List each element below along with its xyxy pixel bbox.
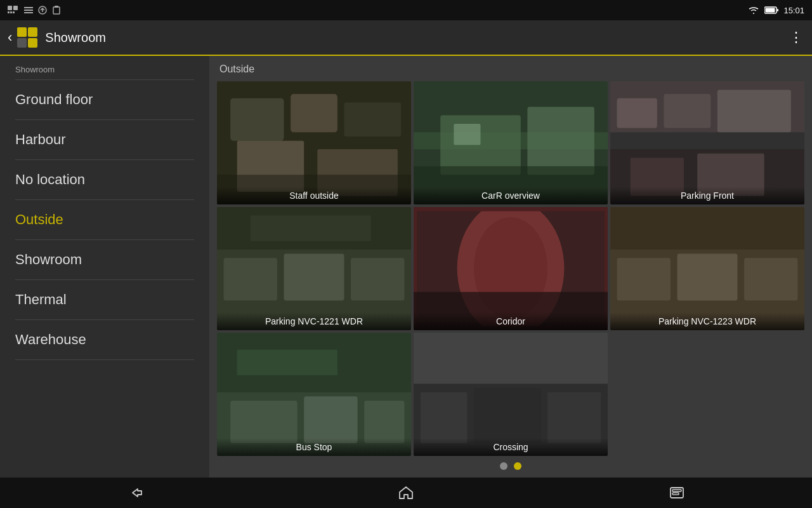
- status-bar: 15:01: [0, 0, 812, 20]
- clipboard-icon: [52, 6, 61, 15]
- camera-thumbnail-1: [217, 81, 411, 204]
- main-layout: Showroom Ground floor Harbour No locatio…: [0, 56, 812, 478]
- sidebar: Showroom Ground floor Harbour No locatio…: [0, 56, 209, 478]
- svg-rect-57: [364, 401, 404, 443]
- back-button[interactable]: ‹: [8, 29, 12, 46]
- svg-rect-51: [744, 258, 797, 300]
- status-bar-left: [8, 6, 61, 15]
- svg-rect-3: [10, 11, 12, 13]
- recent-nav-icon: [669, 486, 684, 500]
- svg-rect-37: [224, 258, 277, 300]
- svg-rect-24: [527, 107, 594, 175]
- camera-cell-bus-stop[interactable]: Bus Stop: [217, 333, 411, 456]
- camera-thumbnail-6: [610, 207, 804, 330]
- svg-rect-15: [230, 98, 284, 141]
- battery-icon: [764, 6, 778, 14]
- sidebar-item-harbour[interactable]: Harbour: [0, 120, 209, 159]
- svg-rect-6: [24, 10, 33, 11]
- svg-rect-13: [777, 9, 778, 11]
- svg-rect-4: [13, 11, 15, 13]
- svg-rect-63: [421, 392, 468, 443]
- camera-thumbnail-4: [217, 207, 411, 330]
- cam-visual-6: [610, 207, 804, 330]
- bottom-bar: [0, 478, 812, 508]
- svg-rect-12: [766, 8, 775, 13]
- sidebar-item-ground-floor[interactable]: Ground floor: [0, 80, 209, 119]
- app-icon: [17, 27, 37, 48]
- svg-rect-41: [251, 215, 371, 241]
- pagination: [217, 456, 804, 472]
- icon-quad-1: [17, 27, 27, 37]
- cam-visual-5: [414, 207, 608, 330]
- svg-rect-29: [617, 98, 657, 128]
- camera-thumbnail-3: [610, 81, 804, 204]
- camera-cell-parking-front[interactable]: Parking Front: [610, 81, 804, 204]
- sidebar-section-label: Showroom: [0, 56, 209, 79]
- camera-label-bus-stop: Bus Stop: [217, 438, 411, 456]
- svg-rect-50: [678, 254, 738, 301]
- sidebar-item-warehouse[interactable]: Warehouse: [0, 320, 209, 359]
- svg-rect-62: [414, 333, 608, 384]
- pagination-dot-1[interactable]: [500, 462, 508, 470]
- camera-cell-parking-nvc-1223[interactable]: Parking NVC-1223 WDR: [610, 207, 804, 330]
- upload-icon: [38, 6, 47, 15]
- home-nav-icon: [398, 486, 414, 500]
- clock: 15:01: [783, 6, 804, 15]
- menu-button[interactable]: ⋮: [789, 29, 804, 46]
- icon-quad-4: [28, 38, 37, 48]
- svg-rect-26: [454, 124, 480, 145]
- cam-visual-4: [217, 207, 411, 330]
- sidebar-divider-7: [15, 359, 194, 360]
- svg-rect-1: [13, 6, 18, 10]
- camera-label-parking-nvc-1223: Parking NVC-1223 WDR: [610, 312, 804, 330]
- svg-rect-68: [672, 493, 679, 495]
- recent-nav-button[interactable]: [652, 480, 702, 505]
- home-nav-button[interactable]: [381, 480, 431, 505]
- camera-label-carr-overview: CarR overview: [414, 187, 608, 204]
- svg-rect-30: [664, 94, 710, 128]
- sidebar-item-thermal[interactable]: Thermal: [0, 280, 209, 319]
- svg-rect-49: [617, 258, 671, 300]
- svg-rect-67: [672, 490, 681, 491]
- bars-icon: [24, 6, 33, 15]
- svg-rect-17: [344, 102, 401, 137]
- camera-cell-staff-outside[interactable]: Staff outside: [217, 81, 411, 204]
- camera-cell-coridor[interactable]: Coridor: [414, 207, 608, 330]
- svg-rect-59: [237, 350, 337, 375]
- svg-rect-38: [284, 254, 344, 301]
- camera-label-staff-outside: Staff outside: [217, 187, 411, 204]
- camera-cell-parking-nvc-1221[interactable]: Parking NVC-1221 WDR: [217, 207, 411, 330]
- svg-rect-16: [291, 94, 337, 132]
- svg-rect-65: [547, 392, 601, 443]
- sidebar-item-outside[interactable]: Outside: [0, 200, 209, 239]
- icon-quad-3: [17, 38, 27, 48]
- svg-rect-5: [24, 7, 33, 8]
- sidebar-item-showroom[interactable]: Showroom: [0, 240, 209, 279]
- cam-visual-1: [217, 81, 411, 204]
- gallery-icon: [8, 6, 19, 15]
- sidebar-item-no-location[interactable]: No location: [0, 160, 209, 199]
- svg-rect-56: [304, 396, 357, 443]
- svg-rect-31: [717, 90, 791, 132]
- camera-thumbnail-7: [217, 333, 411, 456]
- status-bar-right: 15:01: [748, 6, 804, 15]
- svg-rect-2: [8, 11, 10, 13]
- icon-quad-2: [28, 27, 37, 37]
- camera-label-coridor: Coridor: [414, 312, 608, 330]
- svg-rect-9: [53, 7, 60, 14]
- back-nav-button[interactable]: [110, 480, 160, 505]
- page-title: Showroom: [45, 30, 789, 45]
- svg-rect-0: [8, 6, 12, 10]
- top-bar: ‹ Showroom ⋮: [0, 20, 812, 56]
- camera-cell-crossing[interactable]: Crossing: [414, 333, 608, 456]
- svg-rect-10: [55, 6, 58, 8]
- content-area: Outside Staff outside: [209, 56, 812, 478]
- camera-thumbnail-5: [414, 207, 608, 330]
- pagination-dot-2[interactable]: [514, 462, 521, 470]
- camera-label-parking-nvc-1221: Parking NVC-1221 WDR: [217, 312, 411, 330]
- camera-cell-carr-overview[interactable]: CarR overview: [414, 81, 608, 204]
- svg-rect-23: [440, 116, 521, 175]
- svg-rect-64: [474, 388, 541, 443]
- cam-visual-7: [217, 333, 411, 456]
- wifi-icon: [748, 6, 759, 15]
